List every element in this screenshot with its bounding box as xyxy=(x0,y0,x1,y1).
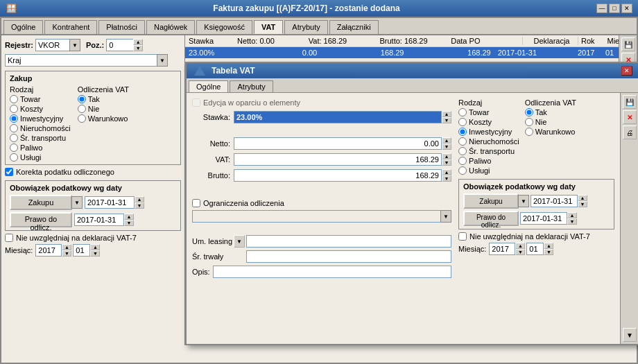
netto-spin-up[interactable]: ▲ xyxy=(442,137,451,144)
dialog-close-btn[interactable]: ✕ xyxy=(621,66,632,76)
stawka-field[interactable] xyxy=(234,111,442,123)
nie-uwzgledniaj-label[interactable]: Nie uwzględniaj na deklaracji VAT-7 xyxy=(5,234,181,242)
d-nie-uwzgledniaj-checkbox[interactable] xyxy=(458,232,467,241)
odliczenia-warunkowo[interactable]: Warunkowo xyxy=(78,114,129,123)
dialog-tab-ogolne[interactable]: Ogólne xyxy=(189,80,228,92)
netto-spin-down[interactable]: ▼ xyxy=(442,144,451,150)
poz-input[interactable] xyxy=(106,39,134,51)
vat-spin-down[interactable]: ▼ xyxy=(442,159,451,166)
tab-kontrahent[interactable]: Kontrahent xyxy=(44,20,97,34)
tab-naglowek[interactable]: Nagłówek xyxy=(146,20,195,34)
close-button[interactable]: ✕ xyxy=(621,3,632,13)
d-miesiac-year[interactable] xyxy=(489,243,515,255)
ograniczenia-checkbox-label[interactable]: Ograniczenia odliczenia xyxy=(192,199,451,207)
d-month-spin-up[interactable]: ▲ xyxy=(544,243,553,249)
stawka-spin-up[interactable]: ▲ xyxy=(442,111,451,117)
tab-vat[interactable]: VAT xyxy=(254,20,283,34)
d-rodzaj-paliwo[interactable]: Paliwo xyxy=(458,157,519,165)
rodzaj-sr-transportu[interactable]: Śr. transportu xyxy=(10,134,71,142)
um-leasing-combo-btn[interactable]: ▼ xyxy=(234,235,245,248)
poz-spin-down[interactable]: ▼ xyxy=(133,45,143,51)
brutto-field[interactable] xyxy=(234,169,442,182)
vat-spin-up[interactable]: ▲ xyxy=(442,153,451,159)
miesiac-year-input[interactable] xyxy=(35,244,62,257)
brutto-spin-down[interactable]: ▼ xyxy=(442,175,451,182)
maximize-button[interactable]: □ xyxy=(609,3,620,13)
minimize-button[interactable]: — xyxy=(596,3,607,13)
rodzaj-towar[interactable]: Towar xyxy=(10,95,71,103)
prawo-date-spin-up[interactable]: ▲ xyxy=(124,214,134,220)
d-year-spin-down[interactable]: ▼ xyxy=(515,249,525,255)
netto-field[interactable] xyxy=(234,137,442,150)
d-month-spin-down[interactable]: ▼ xyxy=(544,249,553,255)
d-prawo-spin-up[interactable]: ▲ xyxy=(567,212,577,218)
rejestr-input[interactable] xyxy=(35,39,70,51)
tab-ogolne[interactable]: Ogólne xyxy=(3,20,43,34)
d-rodzaj-inwestycyjny[interactable]: Inwestycyjny xyxy=(458,128,519,136)
vat-field[interactable] xyxy=(234,153,442,166)
zakupu-btn[interactable]: Zakupu xyxy=(10,195,72,210)
d-odliczenia-warunkowo[interactable]: Warunkowo xyxy=(525,128,576,136)
d-odliczenia-tak[interactable]: Tak xyxy=(525,108,576,116)
odliczenia-tak[interactable]: Tak xyxy=(78,95,129,103)
korekta-checkbox[interactable] xyxy=(5,168,13,176)
d-prawo-date[interactable] xyxy=(520,212,567,225)
d-zakupu-combo-icon[interactable]: ▼ xyxy=(518,195,529,207)
d-zakupu-spin-up[interactable]: ▲ xyxy=(578,195,587,201)
ograniczenia-dropdown-icon[interactable]: ▼ xyxy=(440,210,451,223)
dialog-close-icon-btn[interactable]: ✕ xyxy=(623,110,637,124)
d-miesiac-month[interactable] xyxy=(526,243,544,255)
stawka-spin-down[interactable]: ▼ xyxy=(442,117,451,123)
d-rodzaj-nieruchomosci[interactable]: Nieruchomości xyxy=(458,137,519,146)
zakupu-date-spin-up[interactable]: ▲ xyxy=(135,196,144,202)
edycja-checkbox[interactable] xyxy=(192,98,200,107)
edycja-checkbox-label[interactable]: Edycja w oparciu o elementy xyxy=(192,98,451,107)
prawo-date-spin-down[interactable]: ▼ xyxy=(124,220,134,226)
rodzaj-inwestycyjny[interactable]: Inwestycyjny xyxy=(10,114,71,123)
rejestr-dropdown-icon[interactable]: ▼ xyxy=(69,39,80,51)
korekta-checkbox-label[interactable]: Korekta podatku odliczonego xyxy=(5,168,181,176)
d-zakupu-btn[interactable]: Zakupu xyxy=(463,193,519,209)
rodzaj-uslugi[interactable]: Usługi xyxy=(10,153,71,162)
vat-table-row[interactable]: 23.00% 0.00 168.29 168.29 2017-01-31 201… xyxy=(185,47,637,58)
prawo-btn[interactable]: Prawo do odlicz. xyxy=(10,212,72,227)
d-rodzaj-uslugi[interactable]: Usługi xyxy=(458,166,519,175)
d-prawo-btn[interactable]: Prawo do odlicz. xyxy=(463,211,519,226)
d-odliczenia-nie[interactable]: Nie xyxy=(525,118,576,126)
rodzaj-paliwo[interactable]: Paliwo xyxy=(10,144,71,152)
zakupu-combo-icon[interactable]: ▼ xyxy=(71,196,83,209)
zakupu-date-input[interactable] xyxy=(85,196,135,209)
rodzaj-koszty[interactable]: Koszty xyxy=(10,105,71,113)
year-spin-down[interactable]: ▼ xyxy=(62,250,71,257)
ograniczenia-input[interactable] xyxy=(192,210,441,223)
sr-trwaly-input[interactable] xyxy=(246,250,451,263)
d-rodzaj-sr-transportu[interactable]: Śr. transportu xyxy=(458,147,519,155)
dialog-save-btn[interactable]: 💾 xyxy=(623,95,637,109)
poz-spin-up[interactable]: ▲ xyxy=(133,39,143,45)
tab-atrybuty[interactable]: Atrybuty xyxy=(284,20,327,34)
tab-ksiegowosc[interactable]: Księgowość xyxy=(196,20,252,34)
zakupu-date-spin-down[interactable]: ▼ xyxy=(135,202,144,209)
d-year-spin-up[interactable]: ▲ xyxy=(515,243,525,249)
prawo-date-input[interactable] xyxy=(74,214,124,226)
odliczenia-nie[interactable]: Nie xyxy=(78,105,129,113)
tab-zalaczniki[interactable]: Załączniki xyxy=(329,20,379,34)
d-rodzaj-koszty[interactable]: Koszty xyxy=(458,118,519,126)
month-spin-down[interactable]: ▼ xyxy=(90,250,100,257)
kraj-dropdown-icon[interactable]: ▼ xyxy=(157,54,168,67)
miesiac-month-input[interactable] xyxy=(73,244,90,257)
rodzaj-nieruchomosci[interactable]: Nieruchomości xyxy=(10,124,71,132)
month-spin-up[interactable]: ▲ xyxy=(90,244,100,250)
save-icon-btn[interactable]: 💾 xyxy=(621,37,635,51)
dialog-scroll-down-btn[interactable]: ▼ xyxy=(623,328,637,342)
d-nie-uwzgledniaj-label[interactable]: Nie uwzględniaj na deklaracji VAT-7 xyxy=(458,232,614,241)
um-leasing-input[interactable] xyxy=(246,235,451,248)
brutto-spin-up[interactable]: ▲ xyxy=(442,169,451,175)
year-spin-up[interactable]: ▲ xyxy=(62,244,71,250)
dialog-print-btn[interactable]: 🖨 xyxy=(623,125,637,139)
d-rodzaj-towar[interactable]: Towar xyxy=(458,108,519,116)
tab-platnosci[interactable]: Płatności xyxy=(98,20,145,34)
d-zakupu-date[interactable] xyxy=(531,195,578,207)
opis-input[interactable] xyxy=(213,266,451,278)
d-prawo-spin-down[interactable]: ▼ xyxy=(567,218,577,225)
